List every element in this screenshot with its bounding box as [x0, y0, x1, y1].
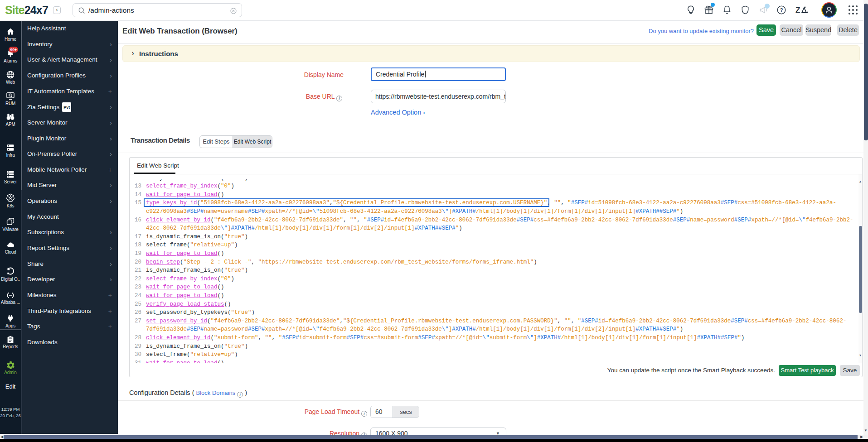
svg-text:Z: Z — [795, 6, 800, 14]
svg-text:?: ? — [780, 7, 783, 13]
